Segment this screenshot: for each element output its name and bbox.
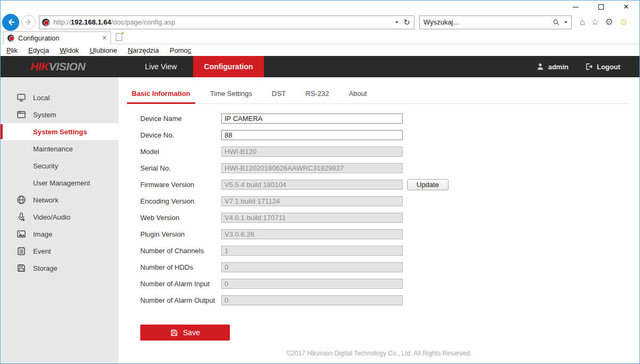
menu-ulubione[interactable]: Ulubione [84, 46, 122, 54]
content-area: LocalSystemSystem SettingsMaintenanceSec… [1, 77, 639, 363]
user-icon [536, 62, 545, 71]
form-row-web-version: Web Version [140, 212, 639, 223]
field-label: Device No. [140, 131, 221, 139]
sidebar-item-image[interactable]: Image [1, 225, 118, 242]
form-row-plugin-version: Plugin Version [140, 229, 639, 239]
save-button[interactable]: Save [140, 325, 230, 341]
refresh-icon[interactable]: ↻ [403, 18, 410, 26]
home-icon[interactable]: ⌂ [580, 18, 585, 27]
form-row-device-name: Device Name [140, 113, 639, 124]
sidebar-item-label: Network [33, 196, 59, 204]
copyright-footer: ©2017 Hikvision Digital Technology Co., … [118, 350, 639, 357]
app-nav-tabs: Live ViewConfiguration [129, 56, 264, 77]
field-firmware-version [221, 180, 403, 190]
nav-live-view[interactable]: Live View [129, 56, 193, 77]
tab-dst[interactable]: DST [267, 85, 291, 103]
title-bar: × [1, 1, 639, 13]
sidebar-item-label: Image [33, 230, 52, 238]
basic-information-form: Device NameDevice No.ModelSerial No.Firm… [140, 113, 639, 305]
search-icon[interactable] [553, 19, 560, 26]
sidebar-item-local[interactable]: Local [1, 89, 118, 106]
tab-basic-information[interactable]: Basic Information [127, 85, 195, 104]
field-device-no[interactable] [221, 130, 403, 140]
browser-window: × http://192.168.1.64/doc/page/config.as… [0, 0, 640, 364]
sidebar-item-network[interactable]: Network [1, 191, 118, 208]
url-protocol: http:// [53, 18, 71, 26]
field-number-of-alarm-output [221, 295, 403, 305]
maximize-icon[interactable] [598, 3, 604, 11]
menu-plik[interactable]: Plik [1, 46, 23, 54]
field-label: Web Version [140, 214, 221, 222]
mic-icon [17, 212, 26, 222]
new-tab-button[interactable]: ✦ [113, 31, 125, 43]
sidebar-item-system-settings[interactable]: System Settings [1, 123, 118, 140]
sidebar-item-system[interactable]: System [1, 106, 118, 123]
logo-hik: HIK [30, 60, 49, 73]
menu-narz-dzia[interactable]: Narzędzia [122, 46, 164, 54]
logo-vision: VISION [49, 60, 85, 73]
url-host: 192.168.1.64 [71, 18, 111, 26]
tab-time-settings[interactable]: Time Settings [205, 85, 257, 103]
sidebar-item-security[interactable]: Security [1, 157, 118, 174]
menu-edycja[interactable]: Edycja [23, 46, 54, 54]
storage-icon [17, 263, 26, 273]
save-floppy-icon [170, 329, 178, 337]
logout-button[interactable]: Logout [585, 62, 620, 71]
sidebar-item-label: Local [33, 94, 50, 102]
search-dropdown-icon[interactable] [564, 21, 567, 23]
menu-widok[interactable]: Widok [54, 46, 84, 54]
menu-pomoc[interactable]: Pomoc [164, 46, 196, 54]
sidebar-item-video-audio[interactable]: Video/Audio [1, 208, 118, 225]
tab-close-icon[interactable]: × [102, 34, 107, 42]
user-badge: admin [536, 62, 569, 71]
search-box[interactable]: Wyszukaj... [419, 15, 572, 29]
forward-button[interactable] [21, 15, 36, 29]
field-label: Serial No. [140, 164, 221, 172]
tab-rs-232[interactable]: RS-232 [301, 85, 334, 103]
field-label: Number of Channels [140, 247, 221, 255]
form-row-number-of-alarm-input: Number of Alarm Input [140, 278, 639, 289]
settings-tabs: Basic InformationTime SettingsDSTRS-232A… [127, 85, 629, 104]
field-label: Device Name [140, 115, 221, 123]
sidebar-item-label: User Management [33, 179, 90, 187]
event-icon [17, 246, 26, 256]
sidebar: LocalSystemSystem SettingsMaintenanceSec… [1, 77, 118, 363]
field-number-of-hdds [221, 262, 403, 272]
save-label: Save [183, 328, 200, 337]
gear-icon[interactable]: ⚙ [605, 18, 613, 27]
field-label: Plugin Version [140, 230, 221, 238]
field-device-name[interactable] [221, 114, 403, 124]
sidebar-item-maintenance[interactable]: Maintenance [1, 140, 118, 157]
url-path: /doc/page/config.asp [111, 18, 175, 26]
field-encoding-version [221, 196, 403, 206]
field-label: Number of Alarm Input [140, 280, 221, 288]
sidebar-item-label: Storage [33, 264, 58, 272]
tab-bar: Configuration × ✦ [1, 31, 639, 44]
update-button[interactable]: Update [407, 179, 449, 190]
system-icon [17, 110, 26, 119]
sidebar-item-event[interactable]: Event [1, 242, 118, 260]
new-tab-star-icon: ✦ [121, 31, 125, 36]
favorites-star-icon[interactable]: ☆ [591, 18, 599, 27]
tab-about[interactable]: About [344, 85, 372, 103]
form-row-number-of-hdds: Number of HDDs [140, 262, 639, 272]
form-row-firmware-version: Firmware VersionUpdate [140, 179, 639, 190]
hikvision-logo: HIKVISION [30, 56, 85, 77]
smiley-feedback-icon[interactable]: ☺ [619, 18, 628, 27]
field-label: Number of Alarm Output [140, 296, 221, 304]
nav-configuration[interactable]: Configuration [193, 56, 265, 77]
form-row-device-no: Device No. [140, 130, 639, 140]
sidebar-item-label: System Settings [33, 128, 87, 136]
window-controls: × [573, 3, 629, 11]
address-bar[interactable]: http://192.168.1.64/doc/page/config.asp … [39, 15, 414, 29]
logout-label: Logout [597, 63, 620, 71]
sidebar-item-storage[interactable]: Storage [1, 260, 118, 277]
url-dropdown-icon[interactable] [395, 21, 398, 23]
sidebar-item-user-management[interactable]: User Management [1, 174, 118, 191]
minimize-icon[interactable] [573, 3, 579, 11]
back-button[interactable] [2, 14, 19, 31]
browser-tab-configuration[interactable]: Configuration × [3, 31, 111, 44]
window-close-icon[interactable]: × [623, 3, 629, 11]
sidebar-item-label: System [33, 111, 56, 119]
field-number-of-alarm-input [221, 279, 403, 289]
